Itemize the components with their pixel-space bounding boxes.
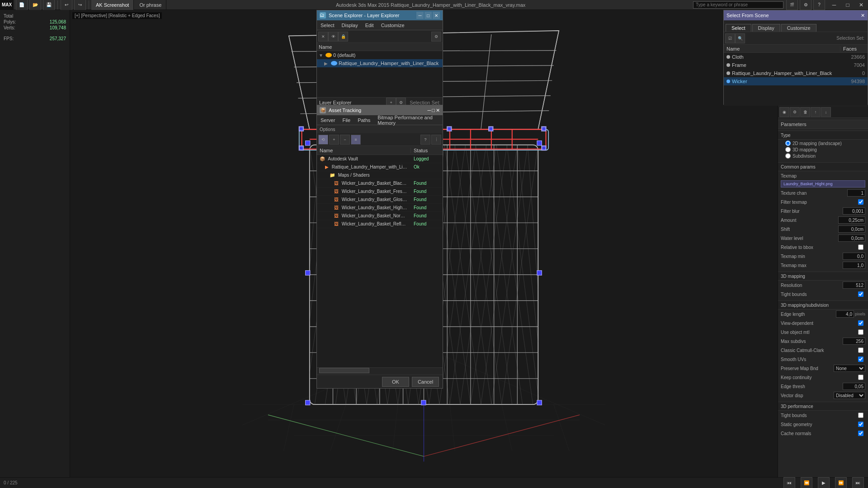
texmap-min-input[interactable] bbox=[843, 253, 865, 260]
se-menu-select[interactable]: Select bbox=[317, 20, 338, 30]
ss-select-all-btn[interactable]: ☑ bbox=[725, 33, 735, 43]
classic-cc-checkbox[interactable] bbox=[858, 347, 863, 353]
se-menu-edit[interactable]: Edit bbox=[362, 20, 377, 30]
se-settings-btn[interactable]: ⚙ bbox=[431, 32, 441, 42]
at-row-maps[interactable]: 📁 Maps / Shaders bbox=[317, 171, 443, 179]
at-refresh-btn[interactable]: ⟲ bbox=[318, 135, 328, 145]
se-lock-btn[interactable]: 🔒 bbox=[338, 32, 348, 42]
at-titlebar[interactable]: 📦 Asset Tracking ─ □ ✕ bbox=[317, 105, 443, 115]
ss-filter-btn[interactable]: 🔍 bbox=[735, 33, 745, 43]
se-maximize[interactable]: □ bbox=[425, 12, 432, 19]
cache-normals-checkbox[interactable] bbox=[858, 431, 863, 436]
filter-texmap-checkbox[interactable] bbox=[858, 199, 863, 205]
at-more-btn[interactable]: ⋮ bbox=[431, 135, 441, 145]
shift-input[interactable] bbox=[838, 225, 865, 233]
maximize-btn[interactable]: □ bbox=[841, 0, 854, 10]
smooth-uvs-checkbox[interactable] bbox=[858, 357, 863, 362]
view-dep-checkbox[interactable] bbox=[858, 320, 863, 326]
ss-tab-select[interactable]: Select bbox=[726, 24, 751, 32]
vector-disp-select[interactable]: Disabled bbox=[834, 392, 865, 399]
static-geom-checkbox[interactable] bbox=[858, 422, 863, 427]
tab-or-phrase[interactable]: Or phrase bbox=[135, 0, 166, 10]
texmap-value[interactable]: Laundry_Basket_Hight.png bbox=[781, 180, 865, 188]
anim-play-btn[interactable]: ▶ bbox=[818, 477, 830, 488]
mod-config-btn[interactable]: ⚙ bbox=[790, 107, 800, 117]
at-add-btn[interactable]: + bbox=[329, 135, 339, 145]
se-minimize[interactable]: ─ bbox=[416, 12, 424, 19]
at-menu-server[interactable]: Server bbox=[317, 115, 339, 125]
open-btn[interactable]: 📂 bbox=[29, 0, 41, 11]
tab-ak-screenshot[interactable]: AK Screenshot bbox=[91, 0, 134, 10]
mod-down-btn[interactable]: ↓ bbox=[821, 107, 831, 117]
ss-tab-customize[interactable]: Customize bbox=[781, 24, 816, 32]
se-menu-customize[interactable]: Customize bbox=[377, 20, 408, 30]
help-btn[interactable]: ? bbox=[813, 0, 825, 11]
anim-end-btn[interactable]: ⏭ bbox=[852, 477, 864, 488]
at-row-bitmap-3[interactable]: 🖼 Wicker_Laundry_Basket_Hight.png Found bbox=[317, 204, 443, 212]
at-menu-paths[interactable]: Paths bbox=[354, 115, 374, 125]
anim-prev-btn[interactable]: ⏪ bbox=[801, 477, 812, 488]
anim-next-btn[interactable]: ⏩ bbox=[835, 477, 847, 488]
se-expand-rattique[interactable]: ▶ bbox=[324, 61, 330, 66]
render-btn[interactable]: 🎬 bbox=[786, 0, 798, 11]
water-level-input[interactable] bbox=[838, 235, 865, 242]
ss-item-frame[interactable]: Frame 7004 bbox=[724, 61, 868, 69]
at-row-bitmap-5[interactable]: 🖼 Wicker_Laundry_Basket_Reflection.png F… bbox=[317, 220, 443, 228]
se-close[interactable]: ✕ bbox=[433, 12, 440, 19]
texmap-max-input[interactable] bbox=[843, 262, 865, 269]
save-btn[interactable]: 💾 bbox=[43, 0, 55, 11]
at-row-bitmap-0[interactable]: 🖼 Wicker_Laundry_Basket_Black_Diffuse.pn… bbox=[317, 179, 443, 188]
radio-2d-input[interactable] bbox=[785, 141, 791, 146]
at-remove-btn[interactable]: − bbox=[340, 135, 350, 145]
at-maximize[interactable]: □ bbox=[432, 108, 435, 113]
at-row-rattique[interactable]: ▶ Rattique_Laundry_Hamper_with_Liner_Bla… bbox=[317, 163, 443, 171]
edge-length-input[interactable] bbox=[836, 310, 854, 318]
mod-active-btn[interactable]: ◉ bbox=[779, 107, 789, 117]
tight-bounds-checkbox[interactable] bbox=[858, 291, 863, 297]
se-menu-display[interactable]: Display bbox=[338, 20, 362, 30]
settings-btn[interactable]: ⚙ bbox=[800, 0, 811, 11]
radio-3d-mapping[interactable]: 3D mapping bbox=[785, 147, 861, 152]
mod-delete-btn[interactable]: 🗑 bbox=[800, 107, 810, 117]
keep-cont-checkbox[interactable] bbox=[858, 375, 863, 380]
at-list-btn[interactable]: ≡ bbox=[351, 135, 361, 145]
ss-item-rattique[interactable]: Rattique_Laundry_Hamper_with_Liner_Black… bbox=[724, 69, 868, 77]
undo-btn[interactable]: ↩ bbox=[61, 0, 72, 11]
texture-chan-input[interactable] bbox=[847, 189, 865, 197]
se-row-rattique[interactable]: ▶ Rattique_Laundry_Hamper_with_Liner_Bla… bbox=[317, 59, 443, 67]
ss-tab-display[interactable]: Display bbox=[752, 24, 780, 32]
preserve-map-select[interactable]: None bbox=[834, 365, 865, 372]
at-menu-bitmap[interactable]: Bitmap Performance and Memory bbox=[374, 115, 443, 125]
radio-2d-mapping[interactable]: 2D mapping (landscape) bbox=[785, 141, 861, 146]
radio-3d-input[interactable] bbox=[785, 147, 791, 152]
search-input[interactable] bbox=[693, 1, 783, 9]
ss-item-cloth[interactable]: Cloth 23666 bbox=[724, 53, 868, 61]
new-btn[interactable]: 📄 bbox=[16, 0, 28, 11]
ss-titlebar[interactable]: Select From Scene ✕ bbox=[724, 10, 868, 20]
resolution-input[interactable] bbox=[843, 282, 865, 289]
relative-bbox-checkbox[interactable] bbox=[858, 244, 863, 250]
at-options[interactable]: Options bbox=[317, 125, 443, 133]
at-help-btn[interactable]: ? bbox=[420, 135, 430, 145]
at-scroll-thumb[interactable] bbox=[319, 368, 369, 373]
at-menu-file[interactable]: File bbox=[339, 115, 354, 125]
se-filter-btn[interactable]: ✕ bbox=[318, 32, 328, 42]
at-minimize[interactable]: ─ bbox=[428, 108, 431, 113]
amount-input[interactable] bbox=[838, 216, 865, 224]
radio-sub-input[interactable] bbox=[785, 153, 791, 159]
at-scrollbar[interactable] bbox=[317, 367, 443, 375]
anim-start-btn[interactable]: ⏮ bbox=[783, 477, 795, 488]
se-expand-default[interactable]: ▼ bbox=[319, 53, 324, 58]
radio-subdivision[interactable]: Subdivision bbox=[785, 153, 861, 159]
at-close[interactable]: ✕ bbox=[436, 108, 440, 113]
use-obj-mtl-checkbox[interactable] bbox=[858, 329, 863, 335]
se-row-default[interactable]: ▼ 0 (default) bbox=[317, 51, 443, 59]
tight-bounds-2-checkbox[interactable] bbox=[858, 413, 863, 418]
edge-thresh-input[interactable] bbox=[843, 383, 865, 390]
at-row-bitmap-1[interactable]: 🖼 Wicker_Laundry_Basket_Fresnel.png Foun… bbox=[317, 188, 443, 196]
at-row-bitmap-4[interactable]: 🖼 Wicker_Laundry_Basket_Normal.png Found bbox=[317, 212, 443, 220]
scene-explorer-titlebar[interactable]: 🗂 Scene Explorer - Layer Explorer ─ □ ✕ bbox=[317, 10, 443, 20]
ss-close-btn[interactable]: ✕ bbox=[861, 13, 865, 19]
minimize-btn[interactable]: ─ bbox=[827, 0, 841, 10]
close-btn[interactable]: ✕ bbox=[854, 0, 868, 10]
